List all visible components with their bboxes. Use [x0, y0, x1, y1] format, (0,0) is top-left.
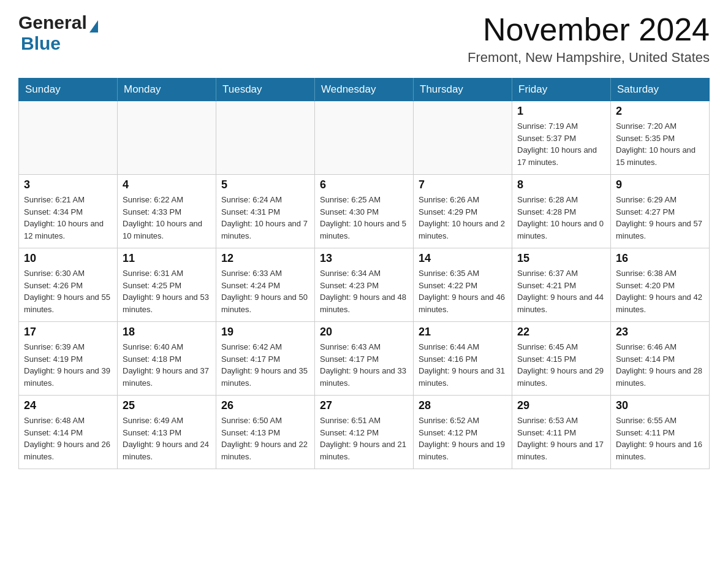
day-info: Sunrise: 6:31 AMSunset: 4:25 PMDaylight:…: [123, 267, 211, 315]
calendar-header-row: SundayMondayTuesdayWednesdayThursdayFrid…: [19, 79, 710, 101]
day-cell: 19Sunrise: 6:42 AMSunset: 4:17 PMDayligh…: [216, 322, 315, 396]
day-cell: 14Sunrise: 6:35 AMSunset: 4:22 PMDayligh…: [414, 248, 512, 322]
week-row-2: 3Sunrise: 6:21 AMSunset: 4:34 PMDaylight…: [19, 175, 710, 248]
day-cell: 12Sunrise: 6:33 AMSunset: 4:24 PMDayligh…: [216, 248, 315, 322]
day-info: Sunrise: 6:44 AMSunset: 4:16 PMDaylight:…: [419, 341, 507, 389]
day-number: 8: [517, 178, 605, 191]
col-header-sunday: Sunday: [19, 79, 118, 101]
day-info: Sunrise: 6:52 AMSunset: 4:12 PMDaylight:…: [419, 415, 507, 462]
day-number: 5: [221, 178, 309, 191]
day-number: 24: [24, 399, 112, 412]
day-cell: 15Sunrise: 6:37 AMSunset: 4:21 PMDayligh…: [512, 248, 611, 322]
day-info: Sunrise: 6:37 AMSunset: 4:21 PMDaylight:…: [517, 267, 605, 315]
day-cell: 29Sunrise: 6:53 AMSunset: 4:11 PMDayligh…: [512, 396, 611, 469]
day-cell: 24Sunrise: 6:48 AMSunset: 4:14 PMDayligh…: [19, 396, 118, 469]
day-info: Sunrise: 6:39 AMSunset: 4:19 PMDaylight:…: [24, 341, 112, 389]
day-number: 13: [320, 252, 408, 265]
day-info: Sunrise: 6:46 AMSunset: 4:14 PMDaylight:…: [616, 341, 704, 389]
day-info: Sunrise: 6:38 AMSunset: 4:20 PMDaylight:…: [616, 267, 704, 315]
day-cell: 27Sunrise: 6:51 AMSunset: 4:12 PMDayligh…: [315, 396, 414, 469]
col-header-thursday: Thursday: [414, 79, 512, 101]
day-cell: 10Sunrise: 6:30 AMSunset: 4:26 PMDayligh…: [19, 248, 118, 322]
day-info: Sunrise: 6:48 AMSunset: 4:14 PMDaylight:…: [24, 415, 112, 462]
calendar-table: SundayMondayTuesdayWednesdayThursdayFrid…: [18, 78, 710, 469]
week-row-3: 10Sunrise: 6:30 AMSunset: 4:26 PMDayligh…: [19, 248, 710, 322]
day-cell: 11Sunrise: 6:31 AMSunset: 4:25 PMDayligh…: [118, 248, 216, 322]
day-cell: 9Sunrise: 6:29 AMSunset: 4:27 PMDaylight…: [611, 175, 710, 248]
day-number: 15: [517, 252, 605, 265]
day-info: Sunrise: 6:51 AMSunset: 4:12 PMDaylight:…: [320, 415, 408, 462]
logo-blue: Blue: [18, 33, 61, 54]
day-number: 25: [123, 399, 211, 412]
day-cell: 5Sunrise: 6:24 AMSunset: 4:31 PMDaylight…: [216, 175, 315, 248]
day-info: Sunrise: 6:34 AMSunset: 4:23 PMDaylight:…: [320, 267, 408, 315]
day-cell: [414, 101, 512, 175]
day-info: Sunrise: 6:26 AMSunset: 4:29 PMDaylight:…: [419, 194, 507, 242]
day-info: Sunrise: 6:33 AMSunset: 4:24 PMDaylight:…: [221, 267, 309, 315]
day-number: 19: [221, 326, 309, 339]
day-number: 17: [24, 326, 112, 339]
day-number: 26: [221, 399, 309, 412]
day-cell: 25Sunrise: 6:49 AMSunset: 4:13 PMDayligh…: [118, 396, 216, 469]
day-cell: 23Sunrise: 6:46 AMSunset: 4:14 PMDayligh…: [611, 322, 710, 396]
day-info: Sunrise: 7:19 AMSunset: 5:37 PMDaylight:…: [517, 120, 605, 168]
day-number: 29: [517, 399, 605, 412]
day-info: Sunrise: 6:43 AMSunset: 4:17 PMDaylight:…: [320, 341, 408, 389]
day-cell: [118, 101, 216, 175]
day-info: Sunrise: 6:53 AMSunset: 4:11 PMDaylight:…: [517, 415, 605, 462]
day-number: 6: [320, 178, 408, 191]
title-block: November 2024 Fremont, New Hampshire, Un…: [468, 12, 710, 66]
day-info: Sunrise: 6:40 AMSunset: 4:18 PMDaylight:…: [123, 341, 211, 389]
day-info: Sunrise: 6:35 AMSunset: 4:22 PMDaylight:…: [419, 267, 507, 315]
day-cell: [315, 101, 414, 175]
day-cell: 17Sunrise: 6:39 AMSunset: 4:19 PMDayligh…: [19, 322, 118, 396]
day-cell: [19, 101, 118, 175]
location-title: Fremont, New Hampshire, United States: [468, 50, 710, 66]
day-number: 28: [419, 399, 507, 412]
col-header-tuesday: Tuesday: [216, 79, 315, 101]
day-info: Sunrise: 6:22 AMSunset: 4:33 PMDaylight:…: [123, 194, 211, 242]
day-cell: 28Sunrise: 6:52 AMSunset: 4:12 PMDayligh…: [414, 396, 512, 469]
day-number: 22: [517, 326, 605, 339]
day-cell: 8Sunrise: 6:28 AMSunset: 4:28 PMDaylight…: [512, 175, 611, 248]
day-cell: 21Sunrise: 6:44 AMSunset: 4:16 PMDayligh…: [414, 322, 512, 396]
day-cell: 7Sunrise: 6:26 AMSunset: 4:29 PMDaylight…: [414, 175, 512, 248]
day-cell: 2Sunrise: 7:20 AMSunset: 5:35 PMDaylight…: [611, 101, 710, 175]
col-header-monday: Monday: [118, 79, 216, 101]
day-cell: 18Sunrise: 6:40 AMSunset: 4:18 PMDayligh…: [118, 322, 216, 396]
day-number: 16: [616, 252, 704, 265]
day-number: 14: [419, 252, 507, 265]
col-header-friday: Friday: [512, 79, 611, 101]
day-number: 23: [616, 326, 704, 339]
week-row-4: 17Sunrise: 6:39 AMSunset: 4:19 PMDayligh…: [19, 322, 710, 396]
day-number: 1: [517, 105, 605, 118]
day-number: 7: [419, 178, 507, 191]
day-number: 18: [123, 326, 211, 339]
day-cell: 30Sunrise: 6:55 AMSunset: 4:11 PMDayligh…: [611, 396, 710, 469]
day-cell: 22Sunrise: 6:45 AMSunset: 4:15 PMDayligh…: [512, 322, 611, 396]
day-number: 10: [24, 252, 112, 265]
day-cell: 26Sunrise: 6:50 AMSunset: 4:13 PMDayligh…: [216, 396, 315, 469]
day-info: Sunrise: 6:29 AMSunset: 4:27 PMDaylight:…: [616, 194, 704, 242]
day-info: Sunrise: 6:28 AMSunset: 4:28 PMDaylight:…: [517, 194, 605, 242]
day-number: 20: [320, 326, 408, 339]
day-info: Sunrise: 6:24 AMSunset: 4:31 PMDaylight:…: [221, 194, 309, 242]
day-number: 12: [221, 252, 309, 265]
day-info: Sunrise: 6:30 AMSunset: 4:26 PMDaylight:…: [24, 267, 112, 315]
day-info: Sunrise: 6:25 AMSunset: 4:30 PMDaylight:…: [320, 194, 408, 242]
day-number: 27: [320, 399, 408, 412]
logo: General Blue: [18, 12, 98, 54]
day-cell: [216, 101, 315, 175]
day-number: 11: [123, 252, 211, 265]
col-header-saturday: Saturday: [611, 79, 710, 101]
day-cell: 13Sunrise: 6:34 AMSunset: 4:23 PMDayligh…: [315, 248, 414, 322]
day-info: Sunrise: 6:49 AMSunset: 4:13 PMDaylight:…: [123, 415, 211, 462]
day-cell: 20Sunrise: 6:43 AMSunset: 4:17 PMDayligh…: [315, 322, 414, 396]
day-cell: 6Sunrise: 6:25 AMSunset: 4:30 PMDaylight…: [315, 175, 414, 248]
day-cell: 1Sunrise: 7:19 AMSunset: 5:37 PMDaylight…: [512, 101, 611, 175]
week-row-5: 24Sunrise: 6:48 AMSunset: 4:14 PMDayligh…: [19, 396, 710, 469]
month-year-title: November 2024: [468, 12, 710, 47]
day-info: Sunrise: 7:20 AMSunset: 5:35 PMDaylight:…: [616, 120, 704, 168]
day-info: Sunrise: 6:21 AMSunset: 4:34 PMDaylight:…: [24, 194, 112, 242]
day-cell: 16Sunrise: 6:38 AMSunset: 4:20 PMDayligh…: [611, 248, 710, 322]
